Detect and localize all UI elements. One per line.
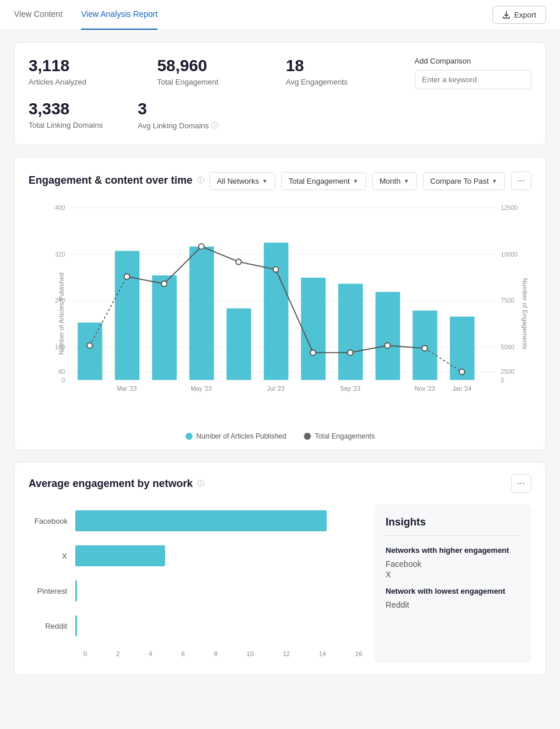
legend-engagements: Total Engagements <box>304 432 375 440</box>
compare-to-past-button[interactable]: Compare To Past ▼ <box>423 172 505 190</box>
bar-1 <box>78 323 102 380</box>
svg-text:0: 0 <box>501 377 504 384</box>
avg-linking-stat: 3 Avg Linking Domains ⓘ <box>138 100 218 131</box>
y-axis-right-label: Number of Engagements <box>522 278 528 349</box>
bar-4 <box>190 247 214 380</box>
hbar-chart: Facebook X Pinterest <box>34 510 362 657</box>
bar-2 <box>115 251 139 380</box>
line-dot-9 <box>385 343 390 348</box>
engagement-chart-card: Engagement & content over time ⓘ All Net… <box>14 157 546 450</box>
svg-text:400: 400 <box>55 205 65 211</box>
chart-more-button[interactable]: ··· <box>511 171 531 190</box>
hbar-x-14: 14 <box>319 650 326 657</box>
hbar-x-0: 0 <box>83 650 87 657</box>
svg-text:Sep '23: Sep '23 <box>340 385 360 392</box>
articles-analyzed-stat: 3,118 Articles Analyzed <box>29 57 146 89</box>
total-engagement-label: Total Engagement <box>158 78 275 86</box>
month-label: Month <box>380 177 401 185</box>
hbar-label-reddit: Reddit <box>34 622 75 630</box>
insights-higher-x: X <box>386 570 520 579</box>
month-button[interactable]: Month ▼ <box>372 172 417 190</box>
export-button[interactable]: Export <box>492 6 546 24</box>
avg-linking-info-icon: ⓘ <box>211 121 218 131</box>
legend-articles-dot <box>186 433 192 440</box>
avg-engagement-body: Facebook X Pinterest <box>29 504 531 663</box>
chart-legend: Number of Articles Published Total Engag… <box>29 432 531 440</box>
all-networks-chevron: ▼ <box>262 178 268 184</box>
avg-engagement-title: Average engagement by network <box>29 478 192 490</box>
hbar-x-2: 2 <box>116 650 120 657</box>
y-axis-left-label: Number of Articles Published <box>58 272 65 355</box>
total-engagement-button[interactable]: Total Engagement ▼ <box>281 172 366 190</box>
hbar-label-pinterest: Pinterest <box>34 587 75 595</box>
insights-lowest-eng-section: Network with lowest engagement Reddit <box>386 586 520 609</box>
insights-title: Insights <box>386 516 520 528</box>
bar-3 <box>152 275 177 380</box>
hbar-track-pinterest <box>75 580 362 601</box>
legend-articles-label: Number of Articles Published <box>197 432 286 440</box>
avg-engagement-more-button[interactable]: ··· <box>511 474 531 493</box>
bar-5 <box>226 309 251 380</box>
avg-linking-number: 3 <box>138 100 218 118</box>
svg-text:320: 320 <box>55 251 65 258</box>
total-linking-number: 3,338 <box>29 100 103 118</box>
hbar-x-labels: 0 2 4 6 8 10 12 14 16 <box>83 650 362 657</box>
hbar-fill-reddit <box>75 615 77 636</box>
insights-higher-facebook: Facebook <box>386 559 520 569</box>
compare-chevron: ▼ <box>492 178 498 184</box>
hbar-fill-x <box>75 545 165 566</box>
total-linking-stat: 3,338 Total Linking Domains <box>29 100 103 131</box>
line-dot-3 <box>162 281 167 286</box>
total-engagement-chevron: ▼ <box>353 178 359 184</box>
svg-text:2500: 2500 <box>501 369 514 375</box>
avg-engagement-card: Average engagement by network ⓘ ··· Face… <box>14 462 546 675</box>
bar-8 <box>338 283 363 380</box>
hbar-x-10: 10 <box>247 650 254 657</box>
avg-engagement-label: Avg Engagements <box>286 78 403 86</box>
hbar-fill-pinterest <box>75 580 77 601</box>
hbar-x-axis: 0 2 4 6 8 10 12 14 16 <box>34 650 362 657</box>
line-dot-2 <box>124 274 130 279</box>
comparison-input[interactable] <box>415 70 532 89</box>
line-dot-6 <box>273 267 278 272</box>
insights-higher-eng-title: Networks with higher engagement <box>386 545 520 556</box>
total-engagement-ctrl-label: Total Engagement <box>289 177 350 185</box>
line-dot-8 <box>348 350 353 355</box>
chart-controls: All Networks ▼ Total Engagement ▼ Month … <box>209 171 531 190</box>
hbar-x-6: 6 <box>181 650 185 657</box>
hbar-x-12: 12 <box>283 650 290 657</box>
chart-header: Engagement & content over time ⓘ All Net… <box>29 171 531 190</box>
hbar-x-4: 4 <box>149 650 152 657</box>
svg-text:80: 80 <box>58 369 65 375</box>
insights-divider <box>386 535 520 536</box>
tab-view-analysis[interactable]: View Analysis Report <box>81 0 158 30</box>
hbar-track-x <box>75 545 362 566</box>
svg-text:10000: 10000 <box>501 251 517 258</box>
hbar-label-facebook: Facebook <box>34 517 75 525</box>
legend-engagements-dot <box>304 433 311 440</box>
month-chevron: ▼ <box>404 178 410 184</box>
hbar-label-x: X <box>34 552 75 560</box>
hbar-x-16: 16 <box>355 650 362 657</box>
tab-view-content[interactable]: View Content <box>14 0 62 30</box>
insights-higher-eng-section: Networks with higher engagement Facebook… <box>386 545 520 579</box>
add-comparison-label: Add Comparison <box>415 57 532 65</box>
legend-engagements-label: Total Engagements <box>315 432 375 440</box>
svg-text:Jan '24: Jan '24 <box>452 385 471 392</box>
avg-engagement-more-icon: ··· <box>517 478 525 488</box>
chart-title: Engagement & content over time <box>29 174 192 187</box>
all-networks-label: All Networks <box>217 177 259 185</box>
bar-6 <box>264 243 288 380</box>
add-comparison-area: Add Comparison <box>415 57 532 89</box>
chart-title-info-icon: ⓘ <box>197 176 204 185</box>
stats-card: 3,118 Articles Analyzed 58,960 Total Eng… <box>14 42 546 145</box>
hbar-track-facebook <box>75 510 362 531</box>
tab-view-content-label: View Content <box>14 9 62 19</box>
all-networks-button[interactable]: All Networks ▼ <box>209 172 275 190</box>
total-linking-label: Total Linking Domains <box>29 121 103 129</box>
svg-text:May '23: May '23 <box>191 385 212 392</box>
main-content: 3,118 Articles Analyzed 58,960 Total Eng… <box>0 30 560 687</box>
compare-to-past-label: Compare To Past <box>430 177 489 185</box>
tab-view-analysis-label: View Analysis Report <box>81 9 158 19</box>
svg-text:Mar '23: Mar '23 <box>117 385 137 392</box>
